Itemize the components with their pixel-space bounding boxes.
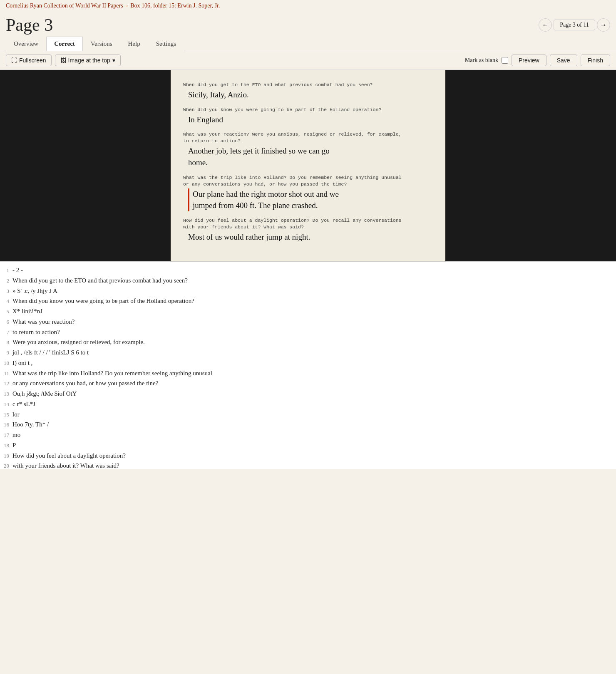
tab-help[interactable]: Help	[120, 37, 148, 51]
line-content[interactable]: Ou,h j&gt; /tMe $iof OtY	[12, 389, 614, 399]
breadcrumb: Cornelius Ryan Collection of World War I…	[0, 0, 616, 12]
line-number: 15	[0, 410, 12, 419]
preview-button[interactable]: Preview	[512, 55, 546, 66]
text-line[interactable]: 2When did you get to the ETO and that pr…	[0, 275, 616, 286]
doc-answer-4: Our plane had the right motor shot out a…	[188, 188, 433, 211]
text-line[interactable]: 1- 2 -	[0, 265, 616, 275]
breadcrumb-text: Cornelius Ryan Collection of World War I…	[6, 2, 220, 9]
text-line[interactable]: 5X* lini\!*nJ	[0, 306, 616, 317]
mark-blank-checkbox[interactable]	[502, 57, 508, 64]
doc-answer-3: Another job, lets get it finished so we …	[188, 145, 433, 168]
text-lines-area[interactable]: 1- 2 -2When did you get to the ETO and t…	[0, 261, 616, 469]
line-number: 18	[0, 441, 12, 450]
line-number: 19	[0, 451, 12, 460]
fullscreen-button[interactable]: ⛶ Fullscreen	[6, 55, 52, 66]
next-page-button[interactable]: →	[597, 18, 610, 32]
text-line[interactable]: 7to return to action?	[0, 327, 616, 337]
line-number: 16	[0, 420, 12, 429]
prev-page-button[interactable]: ←	[539, 18, 552, 32]
toolbar-right: Mark as blank Preview Save Finish	[465, 55, 610, 66]
tab-versions[interactable]: Versions	[83, 37, 120, 51]
save-button[interactable]: Save	[550, 55, 577, 66]
line-content[interactable]: I) oni t ,	[12, 358, 614, 368]
line-number: 7	[0, 328, 12, 337]
mark-blank-label: Mark as blank	[465, 57, 498, 64]
line-number: 2	[0, 276, 12, 285]
image-left-black	[100, 70, 171, 261]
tabs-bar: Overview Correct Versions Help Settings	[0, 37, 616, 51]
dropdown-icon: ▾	[112, 57, 115, 64]
text-line[interactable]: 20with your friends about it? What was s…	[0, 461, 616, 469]
text-line[interactable]: 3» S' .c, /y Jhjy J A	[0, 286, 616, 296]
line-number: 3	[0, 287, 12, 295]
line-content[interactable]: Were you anxious, resigned or relieved, …	[12, 337, 614, 347]
text-line[interactable]: 16Hoo 7ty. Th* /	[0, 419, 616, 430]
doc-answer-5: Most of us would rather jump at night.	[188, 231, 433, 243]
line-content[interactable]: jol , /els ft / / / ' finisLJ S 6 to t	[12, 347, 614, 358]
finish-button[interactable]: Finish	[581, 55, 610, 66]
line-number: 4	[0, 297, 12, 305]
line-content[interactable]: How did you feel about a daylight operat…	[12, 451, 614, 461]
line-number: 17	[0, 431, 12, 439]
text-line[interactable]: 12or any conversations you had, or how y…	[0, 378, 616, 389]
line-content[interactable]: When did you get to the ETO and that pre…	[12, 275, 614, 286]
pagination-controls: ← Page 3 of 11 →	[539, 18, 610, 32]
text-line[interactable]: 11What was the trip like into Holland? D…	[0, 368, 616, 379]
text-line[interactable]: 13Ou,h j&gt; /tMe $iof OtY	[0, 389, 616, 399]
line-content[interactable]: mo	[12, 430, 614, 440]
image-position-button[interactable]: 🖼 Image at the top ▾	[55, 55, 121, 66]
text-line[interactable]: 17mo	[0, 430, 616, 440]
image-position-label: Image at the top	[68, 57, 110, 64]
doc-section-1: When did you get to the ETO and what pre…	[183, 82, 433, 101]
line-content[interactable]: lor	[12, 409, 614, 420]
line-number: 12	[0, 379, 12, 388]
doc-answer-2: In England	[188, 114, 433, 126]
doc-question-4: What was the trip like into Holland? Do …	[183, 174, 433, 188]
text-line[interactable]: 14c r* sL*J	[0, 399, 616, 409]
line-content[interactable]: When did you know you were going to be p…	[12, 296, 614, 306]
line-content[interactable]: c r* sL*J	[12, 399, 614, 409]
page-info: Page 3 of 11	[554, 20, 595, 30]
text-line[interactable]: 8Were you anxious, resigned or relieved,…	[0, 337, 616, 347]
line-number: 14	[0, 400, 12, 409]
line-content[interactable]: Hoo 7ty. Th* /	[12, 419, 614, 430]
toolbar-left: ⛶ Fullscreen 🖼 Image at the top ▾	[6, 55, 121, 66]
doc-question-3: What was your reaction? Were you anxious…	[183, 131, 433, 144]
text-line[interactable]: 6What was your reaction?	[0, 317, 616, 327]
doc-question-5: How did you feel about a daylight operat…	[183, 217, 433, 230]
text-line[interactable]: 9jol , /els ft / / / ' finisLJ S 6 to t	[0, 347, 616, 358]
fullscreen-label: Fullscreen	[19, 57, 46, 64]
line-content[interactable]: What was your reaction?	[12, 317, 614, 327]
doc-question-1: When did you get to the ETO and what pre…	[183, 82, 433, 88]
line-content[interactable]: or any conversations you had, or how you…	[12, 378, 614, 389]
line-number: 6	[0, 317, 12, 326]
line-content[interactable]: What was the trip like into Holland? Do …	[12, 368, 614, 379]
line-content[interactable]: - 2 -	[12, 265, 614, 275]
mark-blank-area: Mark as blank	[465, 57, 508, 64]
doc-section-5: How did you feel about a daylight operat…	[183, 217, 433, 243]
line-number: 9	[0, 348, 12, 357]
fullscreen-icon: ⛶	[11, 57, 17, 64]
tab-overview[interactable]: Overview	[6, 37, 46, 51]
text-line[interactable]: 4When did you know you were going to be …	[0, 296, 616, 306]
text-line[interactable]: 15lor	[0, 409, 616, 420]
text-line[interactable]: 19How did you feel about a daylight oper…	[0, 451, 616, 461]
line-number: 1	[0, 266, 12, 275]
line-content[interactable]: to return to action?	[12, 327, 614, 337]
line-number: 20	[0, 461, 12, 469]
line-number: 5	[0, 307, 12, 316]
doc-answer-1: Sicily, Italy, Anzio.	[188, 89, 433, 101]
tab-settings[interactable]: Settings	[148, 37, 184, 51]
line-content[interactable]: P	[12, 440, 614, 451]
text-line[interactable]: 10I) oni t ,	[0, 358, 616, 368]
line-content[interactable]: with your friends about it? What was sai…	[12, 461, 614, 469]
page-header: Page 3 ← Page 3 of 11 →	[0, 12, 616, 37]
line-content[interactable]: » S' .c, /y Jhjy J A	[12, 286, 614, 296]
line-number: 13	[0, 389, 12, 398]
tab-correct[interactable]: Correct	[46, 37, 83, 51]
toolbar: ⛶ Fullscreen 🖼 Image at the top ▾ Mark a…	[0, 51, 616, 70]
line-number: 8	[0, 338, 12, 347]
text-line[interactable]: 18P	[0, 440, 616, 451]
line-content[interactable]: X* lini\!*nJ	[12, 306, 614, 317]
doc-question-2: When did you know you were going to be p…	[183, 107, 433, 113]
